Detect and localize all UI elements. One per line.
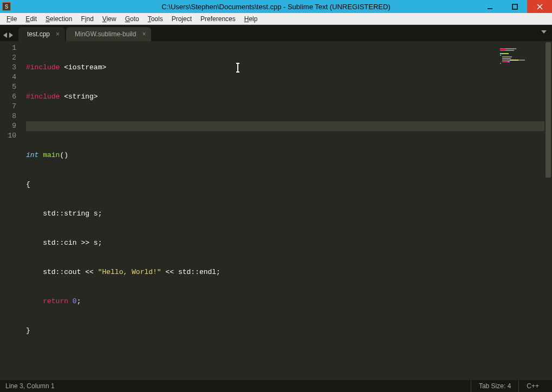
menu-selection[interactable]: Selection [41, 14, 76, 24]
code-line: int main() [26, 151, 552, 160]
tab-history-back-icon[interactable] [3, 32, 7, 38]
text-cursor-icon [237, 63, 238, 72]
menu-edit[interactable]: Edit [21, 14, 41, 24]
line-number: 6 [0, 92, 16, 102]
code-line: return 0; [26, 297, 552, 306]
menubar: File Edit Selection Find View Goto Tools… [0, 13, 552, 25]
menu-file[interactable]: File [2, 14, 21, 24]
status-tabsize[interactable]: Tab Size: 4 [471, 380, 518, 392]
menu-find[interactable]: Find [76, 14, 98, 24]
svg-rect-1 [512, 4, 517, 9]
code-line [26, 121, 552, 131]
tab-overflow-icon[interactable] [541, 30, 547, 34]
editor[interactable]: 1 2 3 4 5 6 7 8 9 10 #include <iostream>… [0, 41, 552, 380]
line-number: 9 [0, 121, 16, 131]
menu-view[interactable]: View [98, 14, 121, 24]
menu-tools[interactable]: Tools [144, 14, 167, 24]
titlebar[interactable]: S C:\Users\Stephen\Documents\test.cpp - … [0, 0, 552, 13]
window-controls [477, 0, 552, 13]
statusbar: Line 3, Column 1 Tab Size: 4 C++ [0, 380, 552, 392]
line-number: 10 [0, 131, 16, 141]
tab-close-icon[interactable]: × [56, 31, 60, 37]
code-line: #include <string> [26, 92, 552, 102]
menu-help[interactable]: Help [240, 14, 262, 24]
line-number: 7 [0, 102, 16, 112]
line-gutter: 1 2 3 4 5 6 7 8 9 10 [0, 41, 22, 380]
status-syntax[interactable]: C++ [518, 380, 547, 392]
menu-goto[interactable]: Goto [121, 14, 144, 24]
tab-history-forward-icon[interactable] [9, 32, 13, 38]
scrollbar-thumb[interactable] [545, 42, 551, 178]
status-position[interactable]: Line 3, Column 1 [5, 382, 55, 390]
vertical-scrollbar[interactable] [544, 41, 552, 380]
code-line: #include <iostream> [26, 63, 552, 73]
code-view[interactable]: #include <iostream> #include <string> in… [22, 41, 552, 380]
line-number: 2 [0, 53, 16, 63]
tab-mingw-build[interactable]: MinGW.sublime-build × [66, 27, 151, 41]
maximize-button[interactable] [502, 0, 527, 13]
menu-project[interactable]: Project [167, 14, 196, 24]
tab-label: MinGW.sublime-build [75, 30, 136, 38]
tab-nav-arrows [3, 32, 13, 38]
minimap[interactable] [500, 43, 543, 60]
tab-test-cpp[interactable]: test.cpp × [18, 27, 65, 41]
code-line: std::cout << "Hello, World!" << std::end… [26, 267, 552, 277]
close-button[interactable] [527, 0, 552, 13]
tabbar: test.cpp × MinGW.sublime-build × [0, 25, 552, 41]
app-icon: S [2, 2, 11, 11]
menu-preferences[interactable]: Preferences [196, 14, 240, 24]
code-line: std::string s; [26, 209, 552, 219]
code-line: { [26, 180, 552, 190]
line-number: 4 [0, 73, 16, 82]
minimize-button[interactable] [477, 0, 502, 13]
tab-close-icon[interactable]: × [142, 31, 146, 37]
code-line: } [26, 326, 552, 336]
code-line: std::cin >> s; [26, 238, 552, 248]
window-title: C:\Users\Stephen\Documents\test.cpp - Su… [0, 3, 552, 11]
line-number: 3 [0, 63, 16, 73]
line-number: 1 [0, 43, 16, 53]
line-number: 5 [0, 82, 16, 92]
line-number: 8 [0, 112, 16, 121]
tab-label: test.cpp [27, 30, 50, 38]
